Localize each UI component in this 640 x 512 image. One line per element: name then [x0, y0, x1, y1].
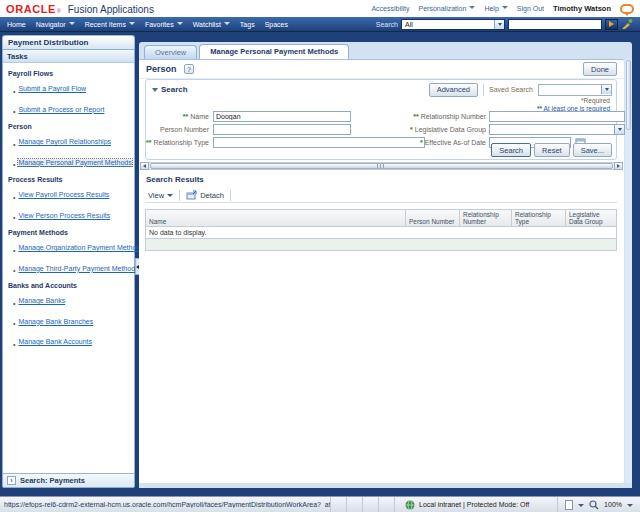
column-header-name[interactable]: Name: [146, 210, 406, 226]
tab-overview[interactable]: Overview: [144, 45, 197, 59]
task-item[interactable]: View Person Process Results: [5, 206, 132, 224]
relationship-number-input[interactable]: [489, 111, 625, 122]
nav-spaces[interactable]: Spaces: [265, 21, 288, 28]
main-region: Overview Manage Personal Payment Methods…: [139, 42, 632, 488]
task-item[interactable]: Manage Payroll Relationships: [5, 133, 132, 151]
task-item[interactable]: Manage Third-Party Payment Methods: [5, 259, 132, 277]
separator: [230, 190, 231, 201]
zone-text: Local intranet | Protected Mode: Off: [419, 501, 529, 508]
task-link-view-person-process-results[interactable]: View Person Process Results: [18, 212, 110, 219]
task-item[interactable]: View Payroll Process Results: [5, 186, 132, 204]
brand: ORACLE ® Fusion Applications: [6, 3, 154, 15]
chevron-down-icon[interactable]: [494, 20, 504, 29]
collapse-section-icon[interactable]: [150, 85, 159, 94]
person-number-input[interactable]: [213, 124, 351, 135]
task-link-manage-bank-branches[interactable]: Manage Bank Branches: [18, 318, 93, 325]
legislative-data-group-select[interactable]: [489, 124, 625, 135]
grip-icon: [377, 164, 386, 168]
task-item[interactable]: Submit a Process or Report: [5, 100, 132, 118]
task-item-selected[interactable]: Manage Personal Payment Methods: [5, 153, 132, 171]
detach-icon: [186, 190, 197, 200]
magnifier-icon: [589, 500, 599, 510]
saved-search-select[interactable]: [538, 84, 612, 96]
empty-results-row: No data to display.: [145, 227, 617, 239]
scrollbar-track[interactable]: [149, 162, 614, 170]
tab-strip: Overview Manage Personal Payment Methods: [144, 44, 349, 59]
global-navbar: Home Navigator Recent Items Favorites Wa…: [0, 17, 640, 32]
status-cell: [378, 497, 394, 512]
table-header-row: Name Person Number Relationship Number R…: [145, 209, 617, 227]
oracle-chat-icon[interactable]: [620, 4, 634, 14]
nav-tags[interactable]: Tags: [240, 21, 255, 28]
help-icon[interactable]: [184, 64, 194, 74]
task-link-manage-organization-payment-methods[interactable]: Manage Organization Payment Methods: [18, 244, 143, 251]
personalization-menu[interactable]: Personalization: [419, 5, 476, 12]
column-header-person-number[interactable]: Person Number: [406, 210, 460, 226]
task-item[interactable]: Manage Banks: [5, 292, 132, 310]
task-item[interactable]: Submit a Payroll Flow: [5, 80, 132, 98]
name-input[interactable]: [213, 111, 351, 122]
task-link-submit-process-or-report[interactable]: Submit a Process or Report: [18, 106, 104, 113]
horizontal-scrollbar[interactable]: [140, 162, 623, 170]
scroll-right-arrow[interactable]: [614, 162, 623, 170]
chevron-down-icon[interactable]: [578, 501, 584, 508]
task-link-manage-banks[interactable]: Manage Banks: [18, 297, 65, 304]
search-payments-panel[interactable]: Search: Payments: [3, 473, 134, 487]
task-group-title: Person: [8, 123, 132, 130]
view-menu[interactable]: View: [148, 191, 173, 200]
chevron-down-icon[interactable]: [601, 85, 611, 94]
scrollbar-thumb[interactable]: [626, 60, 631, 130]
nav-home[interactable]: Home: [7, 21, 26, 28]
tab-manage-personal-payment-methods[interactable]: Manage Personal Payment Methods: [199, 44, 349, 59]
page-mode-icon[interactable]: [565, 500, 573, 510]
task-link-manage-personal-payment-methods[interactable]: Manage Personal Payment Methods: [18, 159, 131, 166]
search-button[interactable]: Search: [491, 143, 531, 157]
save-button[interactable]: Save...: [573, 143, 612, 157]
search-results-section: Search Results View Detach: [145, 172, 617, 251]
page-title: Person: [146, 64, 177, 74]
nav-favorites[interactable]: Favorites: [145, 21, 183, 28]
zoom-level[interactable]: 100%: [604, 501, 622, 508]
tasks-panel-header[interactable]: Tasks: [3, 50, 134, 63]
task-item[interactable]: Manage Bank Accounts: [5, 333, 132, 351]
column-header-relationship-number[interactable]: Relationship Number: [460, 210, 512, 226]
accessibility-link[interactable]: Accessibility: [371, 5, 409, 12]
task-item[interactable]: Manage Organization Payment Methods: [5, 239, 132, 257]
search-go-button[interactable]: [605, 19, 618, 30]
expand-icon[interactable]: [7, 476, 16, 485]
search-section-title: Search: [161, 85, 188, 94]
task-link-manage-third-party-payment-methods[interactable]: Manage Third-Party Payment Methods: [18, 265, 138, 272]
sign-out-link[interactable]: Sign Out: [517, 5, 544, 12]
separator: [483, 84, 484, 96]
done-button[interactable]: Done: [583, 62, 617, 76]
column-header-legislative-data-group[interactable]: Legislative Data Group: [566, 210, 616, 226]
column-header-relationship-type[interactable]: Relationship Type: [512, 210, 566, 226]
tasks-panel: Tasks Payroll Flows Submit a Payroll Flo…: [2, 49, 135, 488]
help-menu[interactable]: Help: [484, 5, 507, 12]
task-link-view-payroll-process-results[interactable]: View Payroll Process Results: [18, 191, 109, 198]
zoom-controls: 100%: [557, 497, 640, 512]
advanced-button[interactable]: Advanced: [429, 83, 478, 97]
product-name: Fusion Applications: [68, 4, 154, 15]
nav-items: Home Navigator Recent Items Favorites Wa…: [7, 21, 288, 28]
global-search-input[interactable]: [508, 19, 602, 30]
advanced-search-icon[interactable]: [621, 18, 633, 30]
nav-watchlist[interactable]: Watchlist: [193, 21, 230, 28]
scroll-left-arrow[interactable]: [140, 162, 149, 170]
chevron-down-icon[interactable]: [614, 125, 624, 134]
reset-button[interactable]: Reset: [534, 143, 570, 157]
task-link-manage-payroll-relationships[interactable]: Manage Payroll Relationships: [18, 138, 111, 145]
task-link-manage-bank-accounts[interactable]: Manage Bank Accounts: [18, 338, 92, 345]
search-scope-select[interactable]: All: [401, 19, 505, 30]
chevron-down-icon[interactable]: [627, 501, 633, 508]
vertical-scrollbar[interactable]: [625, 59, 632, 483]
scrollbar-thumb[interactable]: [150, 163, 613, 169]
detach-button[interactable]: Detach: [186, 190, 224, 200]
global-search-label: Search: [376, 21, 398, 28]
nav-navigator[interactable]: Navigator: [36, 21, 75, 28]
task-link-submit-payroll-flow[interactable]: Submit a Payroll Flow: [18, 85, 86, 92]
nav-recent-items[interactable]: Recent Items: [85, 21, 135, 28]
search-header-actions: Advanced Saved Search: [429, 83, 612, 97]
task-item[interactable]: Manage Bank Branches: [5, 312, 132, 330]
search-actions: Search Reset Save...: [491, 143, 612, 157]
